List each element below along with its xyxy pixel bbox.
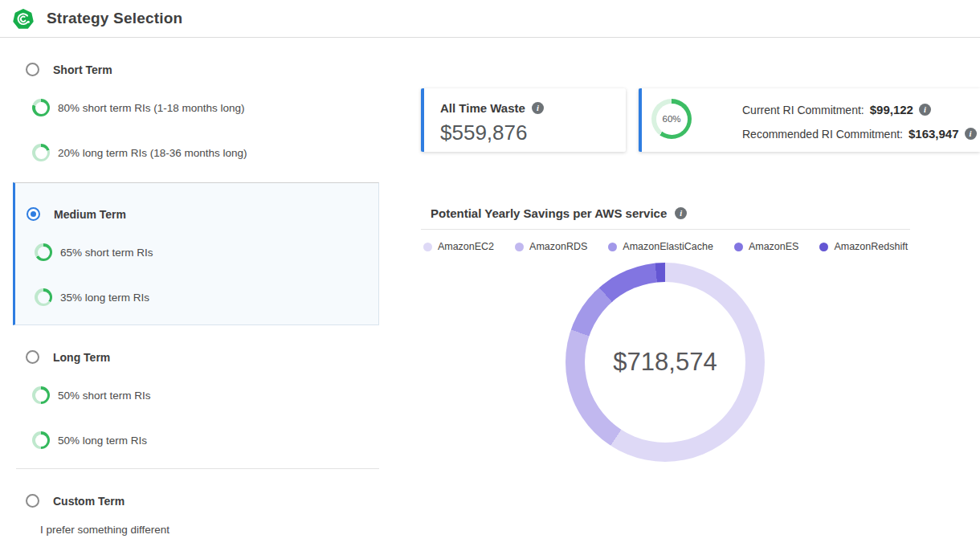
gauge-percent-label: 60%: [651, 99, 692, 139]
strategy-option-custom-term[interactable]: Custom Term: [26, 494, 125, 508]
suboption-label: 80% short term RIs (1-18 months long): [58, 102, 245, 114]
legend-label: AmazonElastiCache: [623, 241, 713, 252]
current-commitment-value: $99,122: [870, 103, 913, 116]
progress-ring-50: [32, 431, 50, 449]
legend-label: AmazonEC2: [438, 241, 494, 252]
custom-term-description: I prefer something different: [40, 524, 169, 536]
waste-card-title: All Time Waste: [440, 101, 525, 115]
info-icon[interactable]: i: [965, 128, 977, 140]
current-commitment-label: Current RI Commitment:: [742, 104, 864, 116]
progress-ring-20: [32, 144, 50, 161]
legend-label: AmazonES: [749, 241, 799, 252]
strategy-option-short-term[interactable]: Short Term: [26, 63, 112, 76]
strategy-label: Long Term: [53, 351, 110, 364]
strategy-label: Medium Term: [54, 208, 126, 221]
strategy-label: Custom Term: [53, 495, 125, 508]
radio-short-term[interactable]: [26, 63, 39, 76]
suboption-label: 50% short term RIs: [58, 390, 151, 402]
donut-center-value: $718,574: [566, 263, 765, 462]
cloudcheckr-logo-icon: [12, 8, 35, 31]
info-icon[interactable]: i: [532, 102, 544, 114]
strategy-suboption: 35% long term RIs: [35, 288, 149, 306]
strategy-suboption: 80% short term RIs (1-18 months long): [32, 99, 245, 116]
legend-dot: [423, 243, 432, 251]
progress-ring-80: [32, 99, 50, 116]
legend-dot: [608, 243, 617, 251]
app-header: Strategy Selection: [0, 0, 980, 38]
ri-commitment-card: 60% Current RI Commitment: $99,122 i Rec…: [639, 88, 980, 152]
strategy-label: Short Term: [53, 63, 112, 76]
radio-long-term[interactable]: [26, 350, 39, 364]
info-icon[interactable]: i: [675, 207, 687, 219]
legend-item-AmazonES[interactable]: AmazonES: [734, 241, 799, 252]
legend-item-AmazonRedshift[interactable]: AmazonRedshift: [819, 241, 908, 252]
page-title: Strategy Selection: [47, 10, 182, 27]
legend-item-AmazonEC2[interactable]: AmazonEC2: [423, 241, 494, 252]
section-divider: [16, 468, 379, 469]
chart-divider: [421, 229, 910, 230]
progress-ring-50: [32, 386, 50, 404]
strategy-suboption: 20% long term RIs (18-36 months long): [32, 144, 247, 161]
legend-dot: [734, 243, 743, 251]
recommended-commitment-value: $163,947: [909, 127, 959, 141]
commitment-gauge: 60%: [651, 99, 692, 139]
suboption-label: I prefer something different: [40, 524, 169, 536]
legend-label: AmazonRedshift: [834, 241, 908, 252]
waste-value: $559,876: [440, 120, 527, 145]
legend-dot: [819, 243, 828, 251]
strategy-option-long-term[interactable]: Long Term: [26, 350, 110, 364]
info-icon[interactable]: i: [919, 104, 931, 116]
strategy-suboption: 65% short term RIs: [35, 243, 153, 261]
suboption-label: 50% long term RIs: [58, 435, 147, 447]
strategy-suboption: 50% short term RIs: [32, 386, 151, 404]
all-time-waste-card: All Time Waste i $559,876: [421, 88, 626, 152]
strategy-suboption: 50% long term RIs: [32, 431, 147, 449]
legend-item-AmazonRDS[interactable]: AmazonRDS: [515, 241, 587, 252]
suboption-label: 65% short term RIs: [60, 247, 153, 259]
savings-donut-chart[interactable]: $718,574: [566, 263, 765, 462]
suboption-label: 20% long term RIs (18-36 months long): [58, 147, 247, 159]
strategy-option-medium-term[interactable]: Medium Term: [27, 207, 126, 221]
legend-dot: [515, 243, 524, 251]
suboption-label: 35% long term RIs: [60, 292, 149, 304]
legend-label: AmazonRDS: [529, 241, 587, 252]
chart-legend: AmazonEC2AmazonRDSAmazonElastiCacheAmazo…: [421, 241, 910, 252]
progress-ring-35: [35, 288, 52, 306]
strategy-card-medium-term[interactable]: Medium Term 65% short term RIs 35% long …: [13, 182, 379, 325]
chart-title: Potential Yearly Savings per AWS service: [431, 206, 667, 220]
radio-medium-term-selected[interactable]: [27, 207, 40, 221]
recommended-commitment-label: Recommended RI Commitment:: [742, 128, 903, 141]
progress-ring-65: [35, 243, 52, 261]
legend-item-AmazonElastiCache[interactable]: AmazonElastiCache: [608, 241, 713, 252]
radio-custom-term[interactable]: [26, 494, 39, 508]
